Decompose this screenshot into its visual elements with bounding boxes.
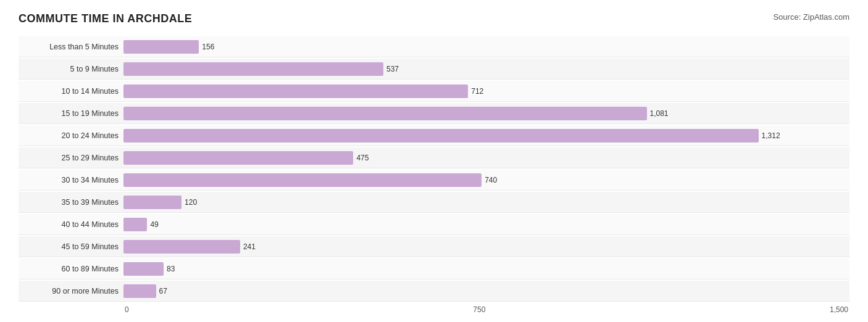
bar-container: 1,081 [123, 106, 849, 121]
bar-container: 83 [123, 262, 849, 276]
bar-value-label: 120 [185, 198, 197, 207]
bar-row: 90 or more Minutes67 [19, 281, 849, 302]
bar-value-label: 83 [167, 265, 175, 273]
bar-label: 10 to 14 Minutes [19, 87, 123, 96]
bar-row: 60 to 89 Minutes83 [19, 258, 849, 279]
bar-row: 15 to 19 Minutes1,081 [19, 103, 849, 124]
bar-row: 40 to 44 Minutes49 [19, 214, 849, 235]
bar: 49 [123, 218, 147, 231]
bar-value-label: 241 [243, 242, 256, 251]
bar-label: 35 to 39 Minutes [19, 198, 123, 207]
bar-label: 40 to 44 Minutes [19, 220, 123, 229]
bar-value-label: 537 [386, 65, 399, 73]
bar-label: Less than 5 Minutes [19, 43, 123, 51]
bar: 241 [123, 240, 240, 254]
bar: 740 [123, 173, 482, 187]
bar-label: 90 or more Minutes [19, 287, 123, 295]
bar: 475 [123, 151, 353, 165]
bar-row: 20 to 24 Minutes1,312 [19, 125, 849, 146]
bar-row: 5 to 9 Minutes537 [19, 59, 849, 80]
bar-container: 156 [123, 39, 849, 54]
bar-row: 30 to 34 Minutes740 [19, 170, 849, 191]
bar-container: 740 [123, 173, 849, 188]
bar-label: 30 to 34 Minutes [19, 176, 123, 184]
bar-container: 49 [123, 217, 849, 232]
bar-container: 241 [123, 239, 849, 254]
bar-label: 45 to 59 Minutes [19, 242, 123, 251]
source-label: Source: ZipAtlas.com [773, 12, 849, 22]
bar-label: 5 to 9 Minutes [19, 65, 123, 73]
bar: 67 [123, 284, 156, 298]
bar-label: 15 to 19 Minutes [19, 109, 123, 118]
bar: 156 [123, 40, 199, 54]
bar-value-label: 475 [356, 154, 369, 162]
bar-value-label: 156 [202, 43, 214, 51]
x-axis-label: 1,500 [830, 305, 848, 314]
bar-row: 45 to 59 Minutes241 [19, 236, 849, 257]
bar: 537 [123, 62, 383, 76]
x-axis: 07501,500 [19, 305, 849, 314]
bar-value-label: 49 [150, 220, 158, 229]
bar-container: 475 [123, 151, 849, 165]
bar-value-label: 712 [471, 87, 483, 96]
chart-header: COMMUTE TIME IN ARCHDALE Source: ZipAtla… [19, 12, 849, 25]
x-axis-label: 750 [473, 305, 485, 314]
chart-area: Less than 5 Minutes1565 to 9 Minutes5371… [19, 36, 849, 302]
bar-container: 67 [123, 284, 849, 299]
bar-container: 537 [123, 62, 849, 76]
bar-label: 60 to 89 Minutes [19, 265, 123, 273]
bar-row: 10 to 14 Minutes712 [19, 81, 849, 102]
x-axis-labels: 07501,500 [123, 305, 849, 314]
bar-value-label: 1,081 [650, 109, 669, 118]
bar: 712 [123, 85, 468, 98]
bar-value-label: 1,312 [762, 131, 780, 140]
bar-value-label: 67 [159, 287, 167, 295]
bar: 83 [123, 262, 164, 276]
bar-row: 25 to 29 Minutes475 [19, 147, 849, 168]
bar-label: 25 to 29 Minutes [19, 154, 123, 162]
bar-row: 35 to 39 Minutes120 [19, 192, 849, 213]
bar-value-label: 740 [485, 176, 497, 184]
bar: 1,081 [123, 107, 647, 120]
x-axis-label: 0 [125, 305, 129, 314]
bar-label: 20 to 24 Minutes [19, 131, 123, 140]
bar-row: Less than 5 Minutes156 [19, 36, 849, 57]
bar-container: 120 [123, 195, 849, 210]
bar-container: 1,312 [123, 128, 849, 143]
bar: 120 [123, 196, 182, 209]
bar-container: 712 [123, 84, 849, 99]
chart-title: COMMUTE TIME IN ARCHDALE [19, 12, 192, 25]
bar: 1,312 [123, 129, 759, 142]
